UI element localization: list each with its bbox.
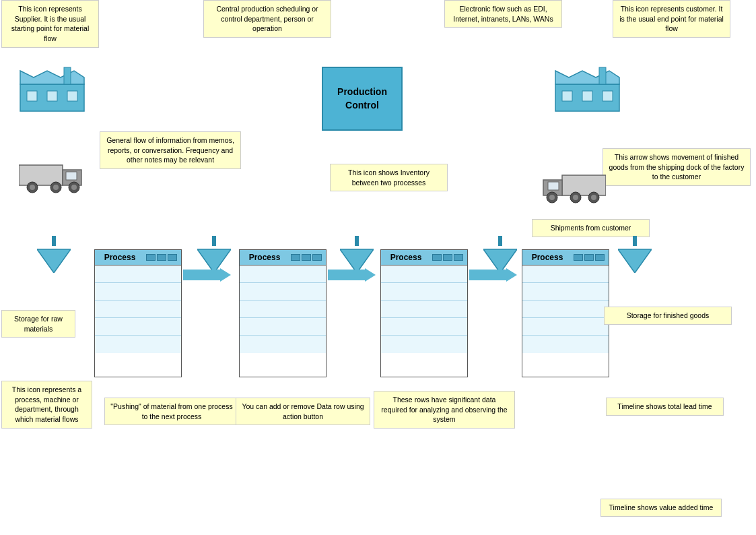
svg-marker-1 (20, 71, 84, 84)
data-row (240, 318, 326, 336)
svg-rect-34 (355, 236, 359, 246)
data-row (522, 318, 609, 336)
callout-significant-data: These rows have significant data require… (374, 391, 515, 429)
info-bar-3 (429, 254, 466, 261)
svg-marker-39 (618, 249, 652, 273)
data-row (240, 301, 326, 318)
info-cell (168, 254, 177, 261)
data-row (95, 301, 181, 318)
callout-storage-materials: Storage for raw materials (1, 310, 75, 338)
svg-rect-3 (47, 91, 57, 101)
process-data-rows-1 (95, 265, 181, 353)
svg-rect-2 (27, 91, 37, 101)
process-header-3: Process (381, 250, 467, 265)
factory-customer (552, 64, 623, 115)
info-bar-4 (571, 254, 607, 261)
data-row (522, 336, 609, 353)
arrow-body (328, 270, 365, 280)
callout-timeline-lead: Timeline shows total lead time (606, 398, 724, 416)
triangle-inventory-3-4 (483, 236, 517, 273)
callout-process-desc: This icon represents a process, machine … (1, 381, 92, 429)
svg-point-29 (591, 195, 596, 200)
callout-pc-desc: Central production scheduling or control… (203, 0, 331, 38)
arrow-head (506, 268, 517, 282)
svg-point-27 (573, 195, 578, 200)
callout-storage-finished: Storage for finished goods (604, 307, 732, 325)
data-row (522, 301, 609, 318)
callout-timeline-value: Timeline shows value added time (600, 499, 722, 517)
info-bar-2 (288, 254, 324, 261)
svg-point-20 (71, 185, 77, 190)
process-data-rows-2 (240, 265, 326, 353)
push-arrow-2-3 (328, 268, 376, 282)
info-cell (146, 254, 156, 261)
svg-rect-10 (603, 91, 613, 101)
data-row (381, 318, 467, 336)
svg-point-25 (549, 195, 555, 200)
production-control-box: Production Control (322, 67, 403, 131)
data-row (381, 301, 467, 318)
triangle-storage-right (618, 236, 652, 273)
info-bar-1 (143, 254, 180, 261)
svg-rect-30 (52, 236, 56, 246)
callout-shipments: Shipments from customer (532, 219, 650, 237)
data-row (381, 336, 467, 353)
data-row (522, 283, 609, 301)
svg-point-16 (30, 185, 35, 190)
svg-rect-14 (66, 172, 77, 180)
svg-rect-9 (582, 91, 592, 101)
svg-rect-11 (599, 67, 606, 84)
info-cell (595, 254, 605, 261)
triangle-inventory-1-2 (197, 236, 231, 273)
arrow-head (220, 268, 231, 282)
info-cell (291, 254, 300, 261)
factory-supplier (17, 64, 88, 115)
process-box-4: Process (522, 249, 609, 377)
info-cell (584, 254, 594, 261)
process-box-2: Process (239, 249, 327, 377)
info-cell (157, 254, 166, 261)
info-cell (454, 254, 463, 261)
info-cell (312, 254, 322, 261)
arrow-body (469, 270, 506, 280)
arrow-head (365, 268, 376, 282)
process-data-rows-4 (522, 265, 609, 353)
triangle-inventory-left (37, 236, 71, 273)
data-row (240, 283, 326, 301)
callout-data-rows: You can add or remove Data row using act… (236, 398, 370, 425)
data-row (95, 318, 181, 336)
triangle-inventory-2-3 (340, 236, 374, 273)
info-cell (432, 254, 442, 261)
data-row (95, 336, 181, 353)
svg-rect-8 (562, 91, 572, 101)
callout-pushing: "Pushing" of material from one process t… (104, 398, 239, 425)
info-cell (443, 254, 452, 261)
push-arrow-3-4 (469, 268, 517, 282)
arrow-body (183, 270, 220, 280)
process-box-1: Process (94, 249, 182, 377)
data-row (381, 265, 467, 283)
svg-marker-31 (37, 249, 71, 273)
data-row (381, 283, 467, 301)
svg-rect-21 (562, 175, 606, 195)
process-data-rows-3 (381, 265, 467, 353)
callout-movement: This arrow shows movement of finished go… (603, 148, 751, 186)
callout-customer-desc: This icon represents customer. It is the… (613, 0, 730, 38)
svg-rect-38 (633, 236, 637, 246)
process-header-4: Process (522, 250, 609, 265)
process-box-3: Process (380, 249, 468, 377)
callout-supplier-desc: This icon represents Supplier. It is the… (1, 0, 99, 48)
svg-rect-4 (67, 91, 77, 101)
callout-info-flow: General flow of information from memos, … (100, 131, 241, 169)
diagram-container: This icon represents Supplier. It is the… (0, 0, 756, 535)
callout-electronic: Electronic flow such as EDI, Internet, i… (444, 0, 562, 28)
push-arrow-1-2 (183, 268, 231, 282)
data-row (240, 336, 326, 353)
data-row (240, 265, 326, 283)
svg-rect-32 (212, 236, 216, 246)
data-row (95, 283, 181, 301)
svg-rect-23 (548, 182, 559, 190)
svg-marker-7 (555, 71, 619, 84)
info-cell (574, 254, 583, 261)
truck-customer (539, 172, 606, 209)
